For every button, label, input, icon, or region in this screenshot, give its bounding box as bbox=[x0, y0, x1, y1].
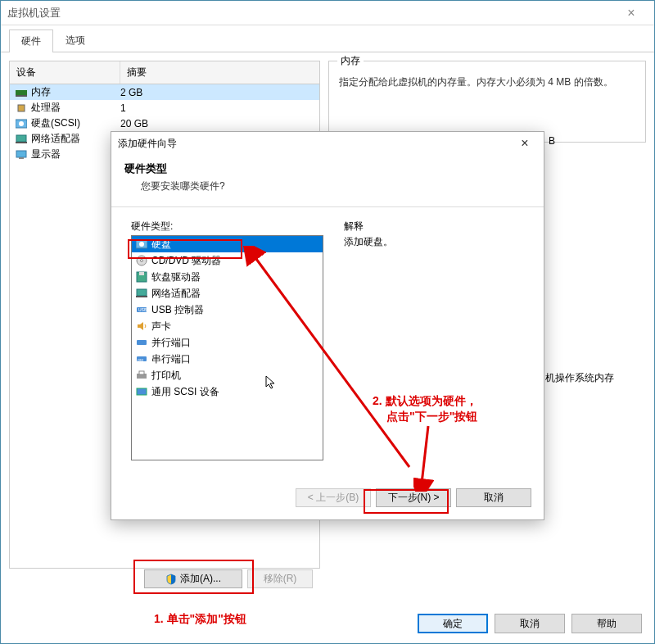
hw-item-sound[interactable]: 声卡 bbox=[132, 318, 323, 334]
hw-item-printer[interactable]: 打印机 bbox=[132, 367, 323, 383]
device-row-disk[interactable]: 硬盘(SCSI) 20 GB bbox=[10, 116, 319, 131]
svg-rect-5 bbox=[16, 135, 26, 142]
svg-rect-1 bbox=[16, 95, 27, 97]
usb-icon: USB bbox=[135, 304, 148, 315]
truncated-b: B bbox=[549, 135, 555, 147]
device-row-cpu[interactable]: 处理器 1 bbox=[10, 100, 319, 116]
hardware-type-list[interactable]: 硬盘 CD/DVD 驱动器 软盘驱动器 网络适配器 USB USB 控制器 bbox=[131, 235, 323, 460]
hw-item-usb[interactable]: USB USB 控制器 bbox=[132, 302, 323, 318]
hw-item-label: 打印机 bbox=[151, 369, 181, 383]
truncated-os-mem: 机操作系统内存 bbox=[545, 371, 614, 385]
hw-type-label: 硬件类型: bbox=[131, 220, 323, 234]
col-device: 设备 bbox=[10, 61, 120, 84]
hw-item-label: 并行端口 bbox=[151, 336, 191, 350]
display-icon bbox=[15, 149, 28, 161]
close-icon[interactable]: × bbox=[615, 2, 648, 25]
wizard-body: 硬件类型: 硬盘 CD/DVD 驱动器 软盘驱动器 网络适配器 bbox=[111, 207, 544, 473]
wizard-header: 硬件类型 您要安装哪类硬件? bbox=[111, 155, 544, 207]
group-title: 内存 bbox=[337, 54, 364, 68]
hw-item-label: 串行端口 bbox=[151, 352, 191, 366]
hw-item-cddvd[interactable]: CD/DVD 驱动器 bbox=[132, 252, 323, 269]
wizard-cancel-button[interactable]: 取消 bbox=[456, 488, 531, 507]
memory-text: 指定分配给此虚拟机的内存量。内存大小必须为 4 MB 的倍数。 bbox=[339, 71, 635, 89]
hw-item-net[interactable]: 网络适配器 bbox=[132, 285, 323, 302]
parallel-icon bbox=[135, 337, 148, 348]
svg-rect-19 bbox=[137, 340, 147, 345]
svg-rect-8 bbox=[19, 157, 24, 159]
device-row-memory[interactable]: 内存 2 GB bbox=[10, 84, 319, 100]
wizard-title: 添加硬件向导 bbox=[118, 137, 177, 151]
annot-text-2b: 点击"下一步"按钮 bbox=[386, 410, 477, 424]
add-hardware-wizard: 添加硬件向导 × 硬件类型 您要安装哪类硬件? 硬件类型: 硬盘 CD/DVD … bbox=[111, 131, 544, 520]
tabs: 硬件 选项 bbox=[1, 25, 654, 52]
network-icon bbox=[15, 134, 28, 145]
svg-rect-24 bbox=[137, 388, 147, 395]
hw-item-scsi[interactable]: 通用 SCSI 设备 bbox=[132, 383, 323, 400]
svg-text:USB: USB bbox=[138, 307, 147, 312]
device-label: 内存 bbox=[31, 85, 51, 99]
col-summary: 摘要 bbox=[120, 61, 319, 84]
serial-icon: oıo bbox=[135, 353, 148, 365]
add-button[interactable]: 添加(A)... bbox=[144, 569, 242, 588]
hw-item-label: 声卡 bbox=[151, 320, 171, 333]
annot-text-1: 1. 单击"添加"按钮 bbox=[154, 612, 246, 627]
printer-icon bbox=[135, 370, 148, 381]
hw-item-label: 网络适配器 bbox=[151, 287, 201, 301]
memory-icon bbox=[15, 87, 28, 98]
device-summary: 1 bbox=[120, 102, 319, 114]
cursor-icon bbox=[265, 375, 277, 390]
wizard-footer: < 上一步(B) 下一步(N) > 取消 bbox=[296, 488, 531, 507]
svg-rect-6 bbox=[16, 142, 27, 143]
hw-item-label: 硬盘 bbox=[151, 238, 171, 252]
hw-item-label: USB 控制器 bbox=[151, 303, 204, 317]
memory-group: 内存 指定分配给此虚拟机的内存量。内存大小必须为 4 MB 的倍数。 bbox=[328, 61, 646, 143]
svg-point-12 bbox=[141, 260, 143, 262]
help-button[interactable]: 帮助 bbox=[571, 614, 642, 633]
hw-item-label: 通用 SCSI 设备 bbox=[151, 385, 219, 399]
explain-label: 解释 bbox=[344, 220, 524, 234]
next-button[interactable]: 下一步(N) > bbox=[376, 488, 451, 507]
svg-rect-0 bbox=[16, 90, 27, 95]
svg-point-10 bbox=[139, 242, 144, 247]
device-label: 硬盘(SCSI) bbox=[31, 116, 80, 130]
disk-icon bbox=[135, 238, 148, 250]
shield-icon bbox=[165, 574, 177, 585]
hw-item-disk[interactable]: 硬盘 bbox=[132, 236, 323, 252]
remove-button[interactable]: 移除(R) bbox=[247, 569, 313, 588]
svg-rect-15 bbox=[137, 289, 147, 296]
bottom-buttons: 确定 取消 帮助 bbox=[418, 614, 642, 633]
device-summary: 20 GB bbox=[120, 118, 319, 129]
svg-point-4 bbox=[19, 121, 24, 126]
cd-icon bbox=[135, 255, 148, 266]
device-label: 处理器 bbox=[31, 101, 61, 115]
close-icon[interactable]: × bbox=[513, 136, 537, 151]
svg-rect-23 bbox=[139, 371, 144, 374]
tab-options[interactable]: 选项 bbox=[53, 29, 97, 52]
floppy-icon bbox=[135, 271, 148, 283]
tab-hardware[interactable]: 硬件 bbox=[9, 29, 53, 52]
add-remove-bar: 添加(A)... 移除(R) bbox=[144, 569, 313, 588]
hw-item-serial[interactable]: oıo 串行端口 bbox=[132, 351, 323, 367]
list-header: 设备 摘要 bbox=[10, 61, 319, 84]
add-label: 添加(A)... bbox=[180, 572, 221, 586]
back-button: < 上一步(B) bbox=[296, 488, 371, 507]
device-label: 显示器 bbox=[31, 147, 61, 161]
wizard-header-sub: 您要安装哪类硬件? bbox=[124, 179, 531, 193]
wizard-titlebar: 添加硬件向导 × bbox=[111, 132, 544, 155]
hw-item-floppy[interactable]: 软盘驱动器 bbox=[132, 269, 323, 285]
svg-rect-16 bbox=[136, 296, 147, 297]
hw-item-parallel[interactable]: 并行端口 bbox=[132, 334, 323, 351]
svg-rect-7 bbox=[16, 151, 26, 157]
svg-rect-2 bbox=[18, 105, 25, 111]
annot-text-2a: 2. 默认选项为硬件， bbox=[373, 394, 477, 409]
cancel-button[interactable]: 取消 bbox=[495, 614, 565, 633]
svg-rect-14 bbox=[139, 272, 144, 275]
hw-item-label: CD/DVD 驱动器 bbox=[151, 254, 221, 268]
main-titlebar: 虚拟机设置 × bbox=[1, 1, 654, 25]
explain-text: 添加硬盘。 bbox=[344, 235, 524, 249]
wizard-header-title: 硬件类型 bbox=[124, 161, 531, 176]
network-icon bbox=[135, 288, 148, 299]
cpu-icon bbox=[15, 102, 28, 114]
disk-icon bbox=[15, 118, 28, 129]
ok-button[interactable]: 确定 bbox=[418, 614, 488, 633]
